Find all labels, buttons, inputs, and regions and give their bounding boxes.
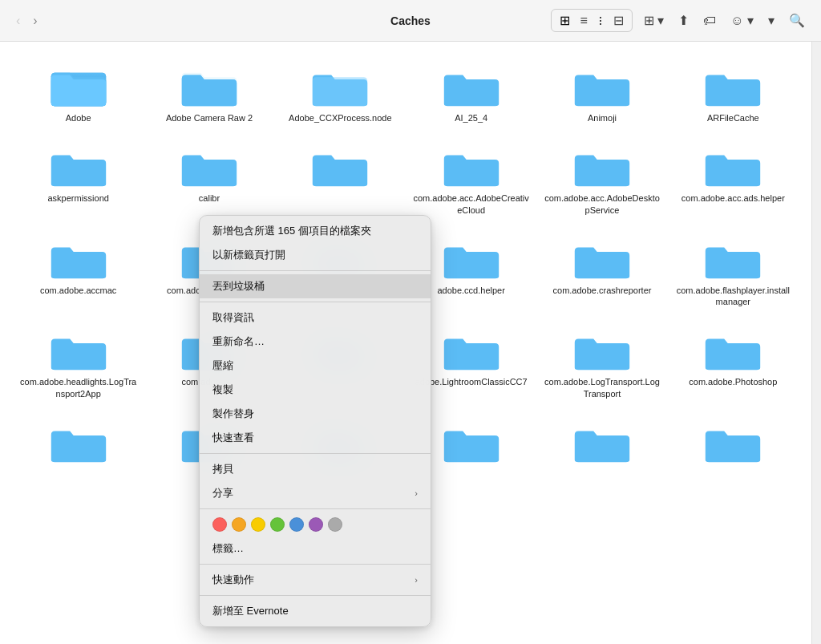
folder-item[interactable]: com.adobe.crashreporter xyxy=(540,230,664,313)
ctx-section-2: 丟到垃圾桶 xyxy=(200,271,431,302)
ctx-item-evernote[interactable]: 新增至 Evernote xyxy=(200,599,431,623)
ctx-item-compress[interactable]: 壓縮 xyxy=(200,354,431,378)
emoji-icon[interactable]: ☺ ▾ xyxy=(727,11,757,30)
ctx-section-3: 取得資訊 重新命名… 壓縮 複製 製作替身 快速查看 xyxy=(200,302,431,454)
folder-item[interactable] xyxy=(278,138,402,221)
folder-item[interactable]: com.adobe.flashplayer.installmanager xyxy=(671,230,795,313)
ctx-item-share[interactable]: 分享 › xyxy=(200,481,431,505)
folder-label: askpermissiond xyxy=(47,192,108,204)
folder-label: com.adobe.Photoshop xyxy=(689,376,777,387)
folder-icon xyxy=(311,143,369,189)
folder-item[interactable]: Adobe_CCXProcess.node xyxy=(278,58,402,128)
toolbar-right: ⊞ ≡ ⫶ ⊟ ⊞ ▾ ⬆ 🏷 ☺ ▾ ▾ 🔍 xyxy=(551,9,808,32)
folder-label: com.adobe.flashplayer.installmanager xyxy=(674,285,792,308)
folder-item[interactable]: Animoji xyxy=(540,58,664,128)
folder-label: com.adobe.accmac xyxy=(40,285,116,296)
more-icon[interactable]: ▾ xyxy=(765,11,778,30)
ctx-item-new-folder[interactable]: 新增包含所選 165 個項目的檔案夾 xyxy=(200,219,431,243)
ctx-section-4: 拷貝 分享 › xyxy=(200,454,431,509)
folder-icon xyxy=(443,63,500,109)
view-toggle-group: ⊞ ≡ ⫶ ⊟ xyxy=(551,9,632,32)
folder-item[interactable]: com.adobe.headlights.LogTransport2App xyxy=(16,322,140,404)
column-view-icon[interactable]: ⫶ xyxy=(594,12,607,30)
folder-item[interactable]: Adobe xyxy=(16,58,140,128)
folder-item[interactable]: com.adobe.Photoshop xyxy=(671,322,795,404)
folder-icon xyxy=(573,235,631,281)
color-dot-blue[interactable] xyxy=(289,517,304,532)
color-dot-red[interactable] xyxy=(212,517,227,532)
folder-label: com.adobe.crashreporter xyxy=(553,285,652,296)
share-chevron-icon: › xyxy=(415,488,418,498)
color-dot-green[interactable] xyxy=(270,517,285,532)
folder-label: Animoji xyxy=(588,112,617,124)
folder-label: com.adobe.acc.AdobeCreativeCloud xyxy=(412,192,530,216)
forward-button[interactable]: › xyxy=(30,12,40,30)
ctx-item-quicklook[interactable]: 快速查看 xyxy=(200,426,431,450)
color-dots-row xyxy=(200,512,431,537)
ctx-item-duplicate[interactable]: 拷貝 xyxy=(200,457,431,481)
ctx-item-copy[interactable]: 複製 xyxy=(200,378,431,402)
folder-label: calibr xyxy=(199,192,220,204)
folder-label: com.adobe.headlights.LogTransport2App xyxy=(19,376,137,399)
ctx-item-rename[interactable]: 重新命名… xyxy=(200,330,431,354)
color-dot-yellow[interactable] xyxy=(251,517,265,532)
folder-item[interactable]: com.adobe.acc.AdobeDesktopService xyxy=(540,138,664,221)
folder-icon xyxy=(50,63,107,109)
ctx-item-get-info[interactable]: 取得資訊 xyxy=(200,306,431,330)
gallery-view-icon[interactable]: ⊟ xyxy=(610,11,627,30)
folder-icon xyxy=(573,143,631,189)
folder-item[interactable]: com.adobe.acc.ads.helper xyxy=(671,138,795,221)
color-dot-purple[interactable] xyxy=(309,517,323,532)
folder-item[interactable] xyxy=(540,414,664,473)
folder-icon xyxy=(50,326,107,373)
back-button[interactable]: ‹ xyxy=(13,12,23,30)
folder-icon xyxy=(704,143,762,189)
ctx-item-open-tab[interactable]: 以新標籤頁打開 xyxy=(200,243,431,267)
ctx-item-trash[interactable]: 丟到垃圾桶 xyxy=(200,274,431,298)
folder-item[interactable]: ARFileCache xyxy=(671,58,795,128)
folder-item[interactable]: askpermissiond xyxy=(16,138,140,221)
ctx-section-6: 快速動作 › xyxy=(200,565,431,596)
color-dot-gray[interactable] xyxy=(328,517,342,532)
folder-label: Adobe Camera Raw 2 xyxy=(166,112,253,124)
apps-icon[interactable]: ⊞ ▾ xyxy=(641,11,667,30)
share-icon[interactable]: ⬆ xyxy=(675,11,692,30)
scrollbar[interactable] xyxy=(811,42,821,644)
svg-rect-3 xyxy=(313,77,367,106)
tag-icon[interactable]: 🏷 xyxy=(700,12,719,30)
quick-actions-chevron-icon: › xyxy=(415,575,418,585)
ctx-section-5: 標籤… xyxy=(200,509,431,565)
folder-item[interactable]: AI_25_4 xyxy=(409,58,533,128)
context-menu: 新增包含所選 165 個項目的檔案夾 以新標籤頁打開 丟到垃圾桶 取得資訊 重新… xyxy=(199,215,431,627)
folder-icon xyxy=(180,143,238,189)
folder-icon xyxy=(443,326,500,373)
folder-icon xyxy=(50,143,107,189)
folder-item[interactable] xyxy=(671,414,795,473)
folder-icon xyxy=(180,63,238,109)
folder-label: com.adobe.acc.AdobeDesktopService xyxy=(543,192,661,216)
folder-item[interactable]: com.adobe.acc.AdobeCreativeCloud xyxy=(409,138,533,221)
grid-view-icon[interactable]: ⊞ xyxy=(556,11,573,30)
folder-icon xyxy=(704,326,762,373)
color-dot-orange[interactable] xyxy=(232,517,246,532)
ctx-item-alias[interactable]: 製作替身 xyxy=(200,402,431,426)
folder-icon xyxy=(50,235,107,281)
search-icon[interactable]: 🔍 xyxy=(786,11,808,30)
folder-item[interactable]: Adobe Camera Raw 2 xyxy=(147,58,271,128)
folder-item[interactable] xyxy=(16,414,140,473)
ctx-section-7: 新增至 Evernote xyxy=(200,596,431,626)
folder-icon xyxy=(704,235,762,281)
folder-icon xyxy=(573,419,631,465)
list-view-icon[interactable]: ≡ xyxy=(576,12,590,30)
folder-icon xyxy=(443,143,500,189)
ctx-item-quick-actions[interactable]: 快速動作 › xyxy=(200,568,431,592)
folder-icon xyxy=(573,63,631,109)
folder-item[interactable]: calibr xyxy=(147,138,271,221)
ctx-section-1: 新增包含所選 165 個項目的檔案夾 以新標籤頁打開 xyxy=(200,216,431,271)
folder-label: com.adobe.LogTransport.LogTransport xyxy=(543,376,661,399)
folder-item[interactable]: com.adobe.LogTransport.LogTransport xyxy=(540,322,664,404)
ctx-item-tags[interactable]: 標籤… xyxy=(200,537,431,561)
folder-icon xyxy=(443,419,500,465)
folder-item[interactable]: com.adobe.accmac xyxy=(16,230,140,313)
folder-label: AI_25_4 xyxy=(455,112,487,124)
